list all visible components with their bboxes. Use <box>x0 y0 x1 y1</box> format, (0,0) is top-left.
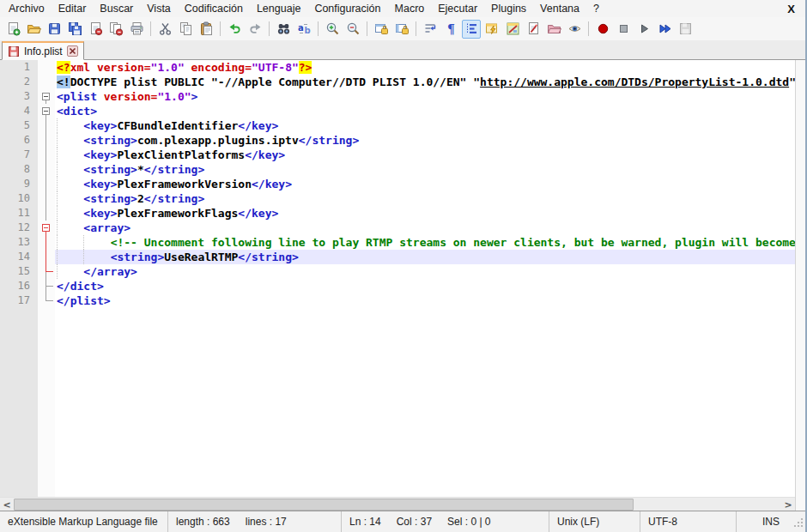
status-insert-mode[interactable]: INS <box>737 511 805 532</box>
code-text[interactable]: <string>*</string> <box>55 162 795 177</box>
menu-plugins[interactable]: Plugins <box>484 1 533 16</box>
horizontal-scroll-thumb[interactable] <box>14 499 634 511</box>
code-line: 5 <key>CFBundleIdentifier</key> <box>0 118 795 133</box>
define-language-button[interactable] <box>482 20 501 39</box>
code-text[interactable]: <key>PlexFrameworkFlags</key> <box>55 206 795 221</box>
code-text[interactable]: <string>2</string> <box>55 191 795 206</box>
scroll-left-arrow-icon[interactable]: < <box>0 498 14 511</box>
menu-macro[interactable]: Macro <box>388 1 432 16</box>
fold-margin <box>38 162 55 177</box>
fold-collapse-icon[interactable] <box>42 93 50 100</box>
record-macro-button[interactable] <box>593 20 612 39</box>
function-list-button[interactable] <box>524 20 543 39</box>
line-number: 15 <box>0 264 38 279</box>
code-text[interactable]: <!DOCTYPE plist PUBLIC "-//Apple Compute… <box>55 75 795 89</box>
code-text[interactable]: <key>PlexFrameworkVersion</key> <box>55 177 795 191</box>
indent-guide-line <box>57 177 58 191</box>
document-map-button[interactable] <box>503 20 522 39</box>
print-button[interactable] <box>127 20 146 39</box>
code-text[interactable]: <dict> <box>55 104 795 118</box>
code-text[interactable]: </plist> <box>55 293 795 308</box>
show-all-chars-button[interactable]: ¶ <box>441 20 460 39</box>
sync-vertical-scrolling-icon <box>374 21 389 36</box>
code-text[interactable]: <?xml version="1.0" encoding="UTF-8"?> <box>55 60 795 75</box>
fold-collapse-icon[interactable] <box>42 107 50 115</box>
menu-ventana[interactable]: Ventana <box>533 1 586 16</box>
code-text[interactable] <box>55 308 795 497</box>
tab-close-icon[interactable] <box>67 45 78 57</box>
menu-ejecutar[interactable]: Ejecutar <box>431 1 484 16</box>
fold-collapse-icon[interactable] <box>42 224 50 232</box>
save-all-button[interactable] <box>65 20 84 39</box>
play-macro-icon <box>637 21 652 36</box>
fold-margin <box>38 250 55 264</box>
sync-horizontal-scrolling-button[interactable] <box>392 20 411 39</box>
code-line: 9 <key>PlexFrameworkVersion</key> <box>0 177 795 191</box>
sync-vertical-scrolling-button[interactable] <box>372 20 391 39</box>
menu-buscar[interactable]: Buscar <box>93 1 140 16</box>
find-button[interactable] <box>274 20 293 39</box>
find-icon <box>276 21 291 36</box>
fold-margin <box>38 279 55 293</box>
menu-lenguaje[interactable]: Lenguaje <box>250 1 307 16</box>
close-doc-button[interactable] <box>86 20 105 39</box>
tab-info-plist[interactable]: Info.plist <box>2 41 84 60</box>
status-selection: Sel : 0 | 0 <box>447 516 490 528</box>
run-macro-multiple-button[interactable] <box>655 20 674 39</box>
code-text[interactable]: <key>CFBundleIdentifier</key> <box>55 118 795 133</box>
code-text[interactable]: </array> <box>55 264 795 279</box>
folder-workspace-button[interactable] <box>544 20 563 39</box>
stop-macro-button[interactable] <box>614 20 633 39</box>
word-wrap-button[interactable] <box>421 20 440 39</box>
code-line: 1<?xml version="1.0" encoding="UTF-8"?> <box>0 60 795 75</box>
scroll-right-arrow-icon[interactable]: > <box>781 498 795 511</box>
menu-help[interactable]: ? <box>586 1 606 16</box>
new-file-button[interactable] <box>3 20 22 39</box>
menu-editar[interactable]: Editar <box>52 1 94 16</box>
code-text[interactable]: <string>com.plexapp.plugins.iptv</string… <box>55 133 795 148</box>
menu-archivo[interactable]: Archivo <box>2 1 52 16</box>
code-text[interactable]: <plist version="1.0"> <box>55 89 795 104</box>
code-text[interactable]: <array> <box>55 221 795 235</box>
editor-empty-area[interactable] <box>0 308 795 497</box>
save-button[interactable] <box>45 20 64 39</box>
vertical-scrollbar[interactable] <box>795 60 805 511</box>
save-macro-button[interactable] <box>676 20 695 39</box>
indent-guide-line <box>57 221 58 235</box>
code-text[interactable]: <!-- Uncomment following line to play RT… <box>55 235 795 250</box>
monitoring-button[interactable] <box>565 20 584 39</box>
code-text-current-line[interactable]: <string>UseRealRTMP</string> <box>55 250 795 264</box>
fold-margin <box>38 133 55 148</box>
close-all-button[interactable] <box>106 20 125 39</box>
menu-vista[interactable]: Vista <box>140 1 178 16</box>
copy-button[interactable] <box>176 20 195 39</box>
zoom-out-button[interactable] <box>343 20 362 39</box>
cut-icon <box>158 21 173 36</box>
status-caret-position: Ln : 14 Col : 37 Sel : 0 | 0 <box>342 511 549 532</box>
replace-button[interactable]: ab <box>294 20 313 39</box>
zoom-in-button[interactable] <box>323 20 342 39</box>
function-list-icon <box>526 21 541 36</box>
indent-guide-button[interactable] <box>462 20 481 39</box>
sync-horizontal-scrolling-icon <box>395 21 410 36</box>
code-line: 15 </array> <box>0 264 795 279</box>
svg-text:b: b <box>304 26 310 35</box>
code-editor[interactable]: 1<?xml version="1.0" encoding="UTF-8"?>2… <box>0 60 795 497</box>
line-number: 9 <box>0 177 38 191</box>
resize-grip[interactable] <box>792 517 804 530</box>
menu-codificacion[interactable]: Codificación <box>178 1 250 16</box>
toolbar: ab¶ <box>0 17 805 40</box>
code-line: 16</dict> <box>0 279 795 293</box>
code-text[interactable]: <key>PlexClientPlatforms</key> <box>55 148 795 162</box>
close-window-button[interactable]: X <box>782 3 805 15</box>
play-macro-button[interactable] <box>634 20 653 39</box>
open-folder-button[interactable] <box>24 20 43 39</box>
undo-button[interactable] <box>225 20 244 39</box>
paste-button[interactable] <box>197 20 215 39</box>
line-number: 14 <box>0 250 38 264</box>
redo-button[interactable] <box>246 20 264 39</box>
cut-button[interactable] <box>155 20 174 39</box>
horizontal-scrollbar[interactable]: < > <box>0 497 795 511</box>
menu-configuracion[interactable]: Configuración <box>307 1 387 16</box>
code-text[interactable]: </dict> <box>55 279 795 293</box>
